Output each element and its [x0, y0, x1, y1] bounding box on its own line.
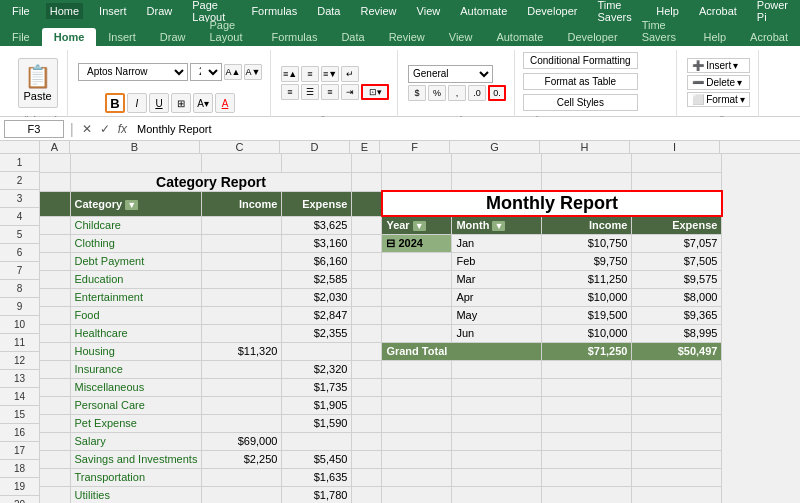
col-a[interactable]: A [40, 141, 70, 153]
cell-f6[interactable] [382, 252, 452, 270]
cell-e16[interactable] [352, 432, 382, 450]
cell-f12[interactable] [382, 360, 452, 378]
cell-e12[interactable] [352, 360, 382, 378]
formula-input[interactable] [133, 121, 796, 137]
cell-g19[interactable] [452, 486, 542, 503]
cell-h2[interactable] [542, 172, 632, 191]
cell-c8[interactable] [202, 288, 282, 306]
italic-button[interactable]: I [127, 93, 147, 113]
cell-c19[interactable] [202, 486, 282, 503]
cell-e17[interactable] [352, 450, 382, 468]
tab-file[interactable]: File [0, 28, 42, 46]
cell-b4[interactable]: Childcare [70, 216, 202, 234]
cell-a5[interactable] [40, 234, 70, 252]
cell-b1[interactable] [70, 154, 202, 172]
cell-i2[interactable] [632, 172, 722, 191]
cell-a16[interactable] [40, 432, 70, 450]
cell-a9[interactable] [40, 306, 70, 324]
cell-h10-jun-income[interactable]: $10,000 [542, 324, 632, 342]
tab-automate[interactable]: Automate [484, 28, 555, 46]
align-center-button[interactable]: ☰ [301, 84, 319, 100]
cell-a10[interactable] [40, 324, 70, 342]
cell-i5-jan-expense[interactable]: $7,057 [632, 234, 722, 252]
cell-e6[interactable] [352, 252, 382, 270]
menu-view[interactable]: View [413, 3, 445, 19]
merge-center-button[interactable]: ⊡▾ [361, 84, 389, 100]
cell-i6-feb-expense[interactable]: $7,505 [632, 252, 722, 270]
menu-data[interactable]: Data [313, 3, 344, 19]
cell-a14[interactable] [40, 396, 70, 414]
cell-f4-year-header[interactable]: Year ▼ [382, 216, 452, 234]
cell-i11-grandtotal-expense[interactable]: $50,497 [632, 342, 722, 360]
cell-d8[interactable]: $2,030 [282, 288, 352, 306]
cell-d9[interactable]: $2,847 [282, 306, 352, 324]
tab-developer[interactable]: Developer [556, 28, 630, 46]
menu-home[interactable]: Home [46, 3, 83, 19]
cell-d6[interactable]: $6,160 [282, 252, 352, 270]
cell-e15[interactable] [352, 414, 382, 432]
currency-button[interactable]: $ [408, 85, 426, 101]
cell-g12[interactable] [452, 360, 542, 378]
cell-a13[interactable] [40, 378, 70, 396]
cell-i8-apr-expense[interactable]: $8,000 [632, 288, 722, 306]
tab-view[interactable]: View [437, 28, 485, 46]
cell-h1[interactable] [542, 154, 632, 172]
format-as-table-button[interactable]: Format as Table [523, 73, 638, 90]
cell-b9[interactable]: Food [70, 306, 202, 324]
insert-button[interactable]: ➕ Insert ▾ [687, 58, 750, 73]
cell-i13[interactable] [632, 378, 722, 396]
cell-a19[interactable] [40, 486, 70, 503]
cell-h4-income-header[interactable]: Income [542, 216, 632, 234]
cell-h5-jan-income[interactable]: $10,750 [542, 234, 632, 252]
align-middle-button[interactable]: ≡ [301, 66, 319, 82]
cell-g1[interactable] [452, 154, 542, 172]
cell-g13[interactable] [452, 378, 542, 396]
tab-review[interactable]: Review [377, 28, 437, 46]
align-bottom-button[interactable]: ≡▼ [321, 66, 339, 82]
cell-f14[interactable] [382, 396, 452, 414]
cell-i18[interactable] [632, 468, 722, 486]
cell-f2[interactable] [382, 172, 452, 191]
cell-b15[interactable]: Pet Expense [70, 414, 202, 432]
cell-c14[interactable] [202, 396, 282, 414]
col-f[interactable]: F [380, 141, 450, 153]
format-button[interactable]: ⬜ Format ▾ [687, 92, 750, 107]
cell-b18[interactable]: Transportation [70, 468, 202, 486]
cell-i7-mar-expense[interactable]: $9,575 [632, 270, 722, 288]
cell-b5[interactable]: Clothing [70, 234, 202, 252]
cell-a18[interactable] [40, 468, 70, 486]
col-e[interactable]: E [350, 141, 380, 153]
cell-b10[interactable]: Healthcare [70, 324, 202, 342]
col-g[interactable]: G [450, 141, 540, 153]
cell-i10-jun-expense[interactable]: $8,995 [632, 324, 722, 342]
cell-d4[interactable]: $3,625 [282, 216, 352, 234]
cell-c9[interactable] [202, 306, 282, 324]
cell-f7[interactable] [382, 270, 452, 288]
cell-e9[interactable] [352, 306, 382, 324]
cell-b14[interactable]: Personal Care [70, 396, 202, 414]
cell-d13[interactable]: $1,735 [282, 378, 352, 396]
tab-data[interactable]: Data [329, 28, 376, 46]
cell-b13[interactable]: Miscellaneous [70, 378, 202, 396]
font-size-select[interactable]: 20 [190, 63, 222, 81]
menu-acrobat[interactable]: Acrobat [695, 3, 741, 19]
cell-g15[interactable] [452, 414, 542, 432]
tab-formulas[interactable]: Formulas [260, 28, 330, 46]
cell-d7[interactable]: $2,585 [282, 270, 352, 288]
cell-b12[interactable]: Insurance [70, 360, 202, 378]
cell-i1[interactable] [632, 154, 722, 172]
cell-c11[interactable]: $11,320 [202, 342, 282, 360]
cell-g7-mar[interactable]: Mar [452, 270, 542, 288]
cell-c4[interactable] [202, 216, 282, 234]
cell-g2[interactable] [452, 172, 542, 191]
cell-c10[interactable] [202, 324, 282, 342]
comma-button[interactable]: , [448, 85, 466, 101]
cell-i4-expense-header[interactable]: Expense [632, 216, 722, 234]
font-family-select[interactable]: Aptos Narrow [78, 63, 188, 81]
menu-draw[interactable]: Draw [143, 3, 177, 19]
decrease-decimal-button[interactable]: 0. [488, 85, 506, 101]
cell-g17[interactable] [452, 450, 542, 468]
cell-e11[interactable] [352, 342, 382, 360]
fill-color-button[interactable]: A▾ [193, 93, 213, 113]
cell-monthly-report-title[interactable]: Monthly Report [382, 191, 722, 216]
